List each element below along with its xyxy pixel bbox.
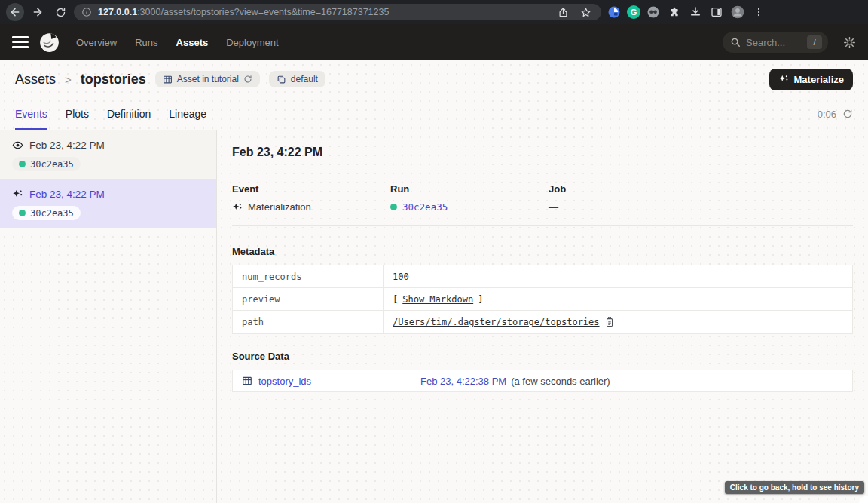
bookmark-button[interactable] xyxy=(577,4,594,20)
browser-forward-button[interactable] xyxy=(29,3,47,21)
bracket-open: [ xyxy=(393,294,398,305)
arrow-right-icon xyxy=(32,6,44,18)
tab-lineage[interactable]: Lineage xyxy=(169,108,206,130)
refresh-icon[interactable] xyxy=(243,75,252,84)
address-bar[interactable]: 127.0.0.1:3000/assets/topstories?view=ev… xyxy=(74,4,601,20)
show-markdown-link[interactable]: Show Markdown xyxy=(402,294,473,305)
back-button-tooltip: Click to go back, hold to see history xyxy=(725,481,864,494)
materialize-label: Materialize xyxy=(794,74,844,85)
settings-button[interactable] xyxy=(843,36,856,49)
tab-definition[interactable]: Definition xyxy=(107,108,151,130)
job-column: Job — xyxy=(549,183,707,213)
breadcrumb-separator: > xyxy=(65,73,72,86)
nav-runs[interactable]: Runs xyxy=(135,37,157,48)
asset-group-badge[interactable]: Asset in tutorial xyxy=(155,71,260,87)
grammarly-letter: G xyxy=(631,8,637,17)
browser-back-button[interactable] xyxy=(6,3,24,21)
tab-events[interactable]: Events xyxy=(15,108,47,130)
share-button[interactable] xyxy=(555,4,571,20)
nav-assets[interactable]: Assets xyxy=(176,37,209,48)
metadata-key: path xyxy=(233,311,384,333)
nav-overview[interactable]: Overview xyxy=(76,37,117,48)
group-default-badge[interactable]: default xyxy=(269,71,326,87)
dots-vertical-icon xyxy=(753,7,764,17)
run-label: Run xyxy=(390,183,549,195)
url-text[interactable]: 127.0.0.1:3000/assets/topstories?view=ev… xyxy=(98,7,389,17)
path-link[interactable]: /Users/tim/.dagster/storage/topstories xyxy=(393,317,600,327)
event-list-item-observation[interactable]: Feb 23, 4:22 PM 30c2ea35 xyxy=(0,130,216,179)
table-grid-icon xyxy=(163,75,173,84)
refresh-countdown: 0:06 xyxy=(818,109,836,120)
sparkle-icon xyxy=(778,74,789,84)
metadata-heading: Metadata xyxy=(232,246,853,257)
source-relative-time: (a few seconds earlier) xyxy=(511,376,610,387)
avatar-icon xyxy=(730,5,745,20)
profile-avatar[interactable] xyxy=(729,4,746,20)
downloads-button[interactable] xyxy=(687,4,704,20)
app-header: Overview Runs Assets Deployment Search..… xyxy=(0,24,868,60)
run-status-dot xyxy=(19,210,26,216)
search-input[interactable]: Search... / xyxy=(723,32,828,53)
event-info-columns: Event Materialization Run 30c2ea35 Job — xyxy=(232,183,853,213)
source-asset-link[interactable]: topstory_ids xyxy=(258,376,311,387)
grammarly-extension-button[interactable]: G xyxy=(627,5,640,19)
event-list-item-materialization[interactable]: Feb 23, 4:22 PM 30c2ea35 xyxy=(0,179,216,228)
arrow-left-icon xyxy=(9,6,21,18)
search-icon xyxy=(730,37,741,48)
event-detail-panel: Feb 23, 4:22 PM Event Materialization Ru… xyxy=(217,130,868,503)
sparkle-icon xyxy=(12,189,23,200)
event-date-row: Feb 23, 4:22 PM xyxy=(12,140,204,151)
menu-button[interactable] xyxy=(12,36,29,48)
job-value: — xyxy=(549,201,707,213)
metadata-key: num_records xyxy=(233,265,384,287)
goggles-extension-button[interactable] xyxy=(645,4,662,20)
run-link[interactable]: 30c2ea35 xyxy=(390,201,549,213)
download-icon xyxy=(689,6,701,18)
browser-menu-button[interactable] xyxy=(750,4,767,20)
event-date-row: Feb 23, 4:22 PM xyxy=(12,189,204,200)
side-panel-button[interactable] xyxy=(708,4,725,20)
event-date: Feb 23, 4:22 PM xyxy=(29,189,105,200)
table-row: num_records 100 xyxy=(233,265,852,288)
metadata-value: /Users/tim/.dagster/storage/topstories xyxy=(384,311,821,333)
clock-extension-icon xyxy=(607,5,621,19)
side-panel-icon xyxy=(711,6,723,18)
sparkle-icon xyxy=(232,202,243,213)
refresh-icon[interactable] xyxy=(842,109,853,119)
source-asset-cell: topstory_ids xyxy=(233,370,411,391)
event-label: Event xyxy=(232,183,390,195)
goggles-icon xyxy=(646,5,660,19)
copy-clipboard-icon[interactable] xyxy=(604,317,615,327)
source-timestamp-link[interactable]: Feb 23, 4:22:38 PM xyxy=(420,376,506,387)
asset-page: Assets > topstories Asset in tutorial de… xyxy=(0,60,868,503)
tab-bar: Events Plots Definition Lineage 0:06 xyxy=(0,98,868,130)
run-id-chip[interactable]: 30c2ea35 xyxy=(12,157,81,171)
run-status-dot xyxy=(19,161,26,167)
table-grid-icon xyxy=(242,376,252,386)
metadata-value: 100 xyxy=(384,265,821,287)
group-default-label: default xyxy=(291,74,318,84)
table-row: preview [Show Markdown] xyxy=(233,288,852,311)
search-shortcut-key: / xyxy=(807,35,822,49)
extensions-button[interactable] xyxy=(666,4,683,20)
run-column: Run 30c2ea35 xyxy=(390,183,549,213)
run-id-chip[interactable]: 30c2ea35 xyxy=(12,206,81,220)
reload-icon xyxy=(55,7,66,18)
source-data-heading: Source Data xyxy=(232,351,853,362)
event-type-text: Materialization xyxy=(248,201,311,213)
extension-clock-button[interactable] xyxy=(606,4,622,20)
puzzle-icon xyxy=(668,6,680,18)
browser-chrome: 127.0.0.1:3000/assets/topstories?view=ev… xyxy=(0,0,868,24)
tab-plots[interactable]: Plots xyxy=(66,108,89,130)
primary-nav: Overview Runs Assets Deployment xyxy=(76,37,279,48)
event-list-sidebar: Feb 23, 4:22 PM 30c2ea35 Feb 23, 4:22 PM… xyxy=(0,130,217,503)
dagster-logo-icon[interactable] xyxy=(39,32,60,53)
url-host: 127.0.0.1 xyxy=(98,7,137,17)
browser-reload-button[interactable] xyxy=(51,3,69,21)
table-row: path /Users/tim/.dagster/storage/topstor… xyxy=(233,311,852,333)
nav-deployment[interactable]: Deployment xyxy=(226,37,278,48)
run-id: 30c2ea35 xyxy=(30,159,74,170)
materialize-button[interactable]: Materialize xyxy=(769,69,853,90)
breadcrumb-assets-link[interactable]: Assets xyxy=(15,72,56,87)
page-title: topstories xyxy=(81,72,146,87)
